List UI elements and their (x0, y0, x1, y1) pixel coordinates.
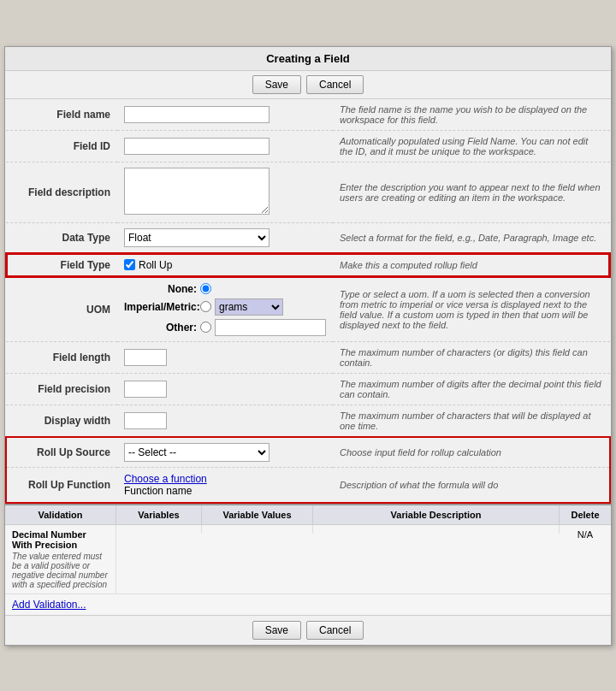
variables-col-header: Variables (116, 505, 202, 524)
rollup-source-row: Roll Up Source -- Select -- Choose input… (6, 437, 610, 468)
field-length-input[interactable] (124, 349, 167, 366)
validation-header: Validation Variables Variable Values Var… (5, 505, 611, 525)
rollup-label: Roll Up (139, 259, 172, 271)
field-length-input-cell (117, 341, 333, 373)
validation-delete-cell: N/A (560, 525, 611, 544)
variable-values-col-header: Variable Values (202, 505, 313, 524)
field-type-checkbox[interactable] (124, 259, 135, 270)
data-type-select-cell: Float Integer Text Date Paragraph Image (117, 222, 333, 253)
add-validation-container: Add Validation... (5, 594, 611, 615)
rollup-source-label: Roll Up Source (6, 437, 117, 468)
validation-variables-cell (116, 525, 202, 534)
validation-data-row: Decimal Number With Precision The value … (5, 525, 611, 594)
display-width-row: Display width The maximum number of char… (6, 405, 610, 437)
uom-label: UOM (6, 277, 117, 342)
rollup-source-select-cell: -- Select -- (117, 437, 333, 468)
field-type-checkbox-cell: Roll Up (117, 253, 333, 277)
field-type-row: Field Type Roll Up Make this a computed … (6, 253, 610, 277)
uom-none-row: None: (124, 283, 326, 295)
field-length-row: Field length The maximum number of chara… (6, 341, 610, 373)
rollup-function-row: Roll Up Function Choose a function Funct… (6, 467, 610, 503)
uom-desc: Type or select a uom. If a uom is select… (333, 277, 610, 342)
field-description-input[interactable] (124, 168, 270, 215)
rollup-source-desc: Choose input field for rollup calculatio… (333, 437, 610, 468)
field-precision-input[interactable] (124, 381, 167, 398)
rollup-source-select[interactable]: -- Select -- (124, 443, 270, 462)
function-name-text: Function name (124, 485, 326, 497)
uom-other-input[interactable] (215, 319, 326, 336)
field-name-input[interactable] (124, 106, 270, 123)
field-type-label: Field Type (6, 253, 117, 277)
field-id-input[interactable] (124, 138, 270, 155)
delete-col-header: Delete (560, 505, 611, 524)
dialog-toolbar-bottom: Save Cancel (5, 615, 611, 645)
field-precision-label: Field precision (6, 373, 117, 405)
validation-description: The value entered must be a valid positi… (12, 552, 109, 589)
field-length-desc: The maximum number of characters (or dig… (333, 341, 610, 373)
field-description-label: Field description (6, 162, 117, 222)
dialog-title: Creating a Field (5, 47, 611, 71)
uom-imperial-radio[interactable] (200, 301, 211, 312)
uom-none-radio[interactable] (200, 283, 211, 294)
field-id-row: Field ID Automatically populated using F… (6, 130, 610, 162)
cancel-button-bottom[interactable]: Cancel (306, 621, 364, 640)
uom-other-row: Other: (124, 319, 326, 336)
rollup-function-content: Choose a function Function name (124, 473, 326, 497)
data-type-desc: Select a format for the field, e.g., Dat… (333, 222, 610, 253)
choose-function-link[interactable]: Choose a function (124, 473, 207, 485)
field-precision-desc: The maximum number of digits after the d… (333, 373, 610, 405)
field-type-checkbox-label[interactable]: Roll Up (124, 259, 326, 271)
field-description-desc: Enter the description you want to appear… (333, 162, 610, 222)
field-name-row: Field name The field name is the name yo… (6, 99, 610, 131)
data-type-select[interactable]: Float Integer Text Date Paragraph Image (124, 228, 270, 247)
creating-field-dialog: Creating a Field Save Cancel Field name … (4, 46, 612, 646)
variable-description-col-header: Variable Description (313, 505, 560, 524)
field-type-desc: Make this a computed rollup field (333, 253, 610, 277)
field-name-desc: The field name is the name you wish to b… (333, 99, 610, 131)
uom-row: UOM None: Imperial/Metric: grams kg lbs (6, 277, 610, 342)
save-button-bottom[interactable]: Save (252, 621, 301, 640)
cancel-button-top[interactable]: Cancel (306, 75, 364, 94)
validation-name: Decimal Number With Precision (12, 529, 109, 550)
uom-imperial-row: Imperial/Metric: grams kg lbs oz (124, 298, 326, 316)
data-type-row: Data Type Float Integer Text Date Paragr… (6, 222, 610, 253)
save-button-top[interactable]: Save (252, 75, 301, 94)
validation-section: Validation Variables Variable Values Var… (5, 504, 611, 615)
field-id-label: Field ID (6, 130, 117, 162)
validation-name-cell: Decimal Number With Precision The value … (5, 525, 116, 594)
field-precision-row: Field precision The maximum number of di… (6, 373, 610, 405)
dialog-toolbar: Save Cancel (5, 71, 611, 99)
rollup-function-cell: Choose a function Function name (117, 467, 333, 503)
uom-metric-select[interactable]: grams kg lbs oz (215, 298, 283, 316)
field-id-input-cell (117, 130, 333, 162)
rollup-function-desc: Description of what the formula will do (333, 467, 610, 503)
field-id-desc: Automatically populated using Field Name… (333, 130, 610, 162)
display-width-input-cell (117, 405, 333, 437)
display-width-label: Display width (6, 405, 117, 437)
validation-variable-values-cell (202, 525, 313, 534)
uom-none-label: None: (124, 283, 197, 295)
field-name-input-cell (117, 99, 333, 131)
rollup-function-label: Roll Up Function (6, 467, 117, 503)
field-name-label: Field name (6, 99, 117, 131)
validation-variable-description-cell (313, 525, 560, 534)
field-length-label: Field length (6, 341, 117, 373)
add-validation-link[interactable]: Add Validation... (5, 594, 93, 615)
form-table: Field name The field name is the name yo… (5, 99, 611, 504)
display-width-input[interactable] (124, 412, 167, 429)
uom-other-radio[interactable] (200, 322, 211, 333)
data-type-label: Data Type (6, 222, 117, 253)
field-description-row: Field description Enter the description … (6, 162, 610, 222)
display-width-desc: The maximum number of characters that wi… (333, 405, 610, 437)
field-precision-input-cell (117, 373, 333, 405)
field-description-input-cell (117, 162, 333, 222)
uom-other-label: Other: (124, 322, 197, 334)
validation-col-header: Validation (5, 505, 116, 524)
uom-controls-cell: None: Imperial/Metric: grams kg lbs oz (117, 277, 333, 342)
uom-inner: None: Imperial/Metric: grams kg lbs oz (124, 283, 326, 336)
uom-imperial-label: Imperial/Metric: (124, 301, 197, 313)
